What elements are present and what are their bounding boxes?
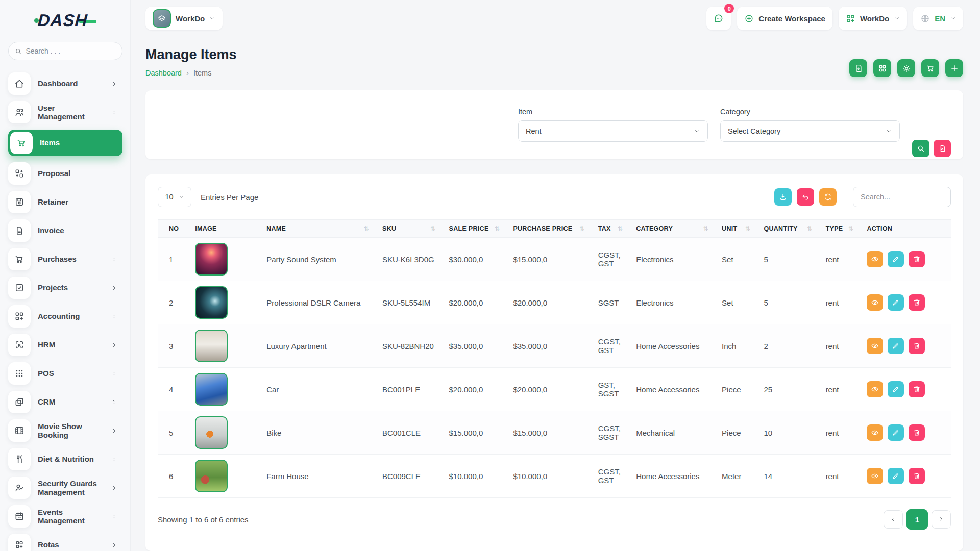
apply-filter-button[interactable] <box>912 140 929 157</box>
sidebar-item-diet-nutrition[interactable]: Diet & Nutrition <box>8 448 122 470</box>
edit-item-button[interactable] <box>888 338 904 354</box>
previous-page-button[interactable] <box>884 510 903 529</box>
item-image[interactable] <box>195 460 228 492</box>
sidebar-item-purchases[interactable]: Purchases <box>8 248 122 270</box>
sort-icon[interactable]: ⇅ <box>495 225 505 232</box>
grid-plus-icon <box>14 311 24 321</box>
sidebar-item-label: Events Management <box>38 508 104 525</box>
cell-category: Mechanical <box>632 411 718 455</box>
cell-sku: SKU-K6L3D0G <box>378 238 445 281</box>
language-selector[interactable]: EN <box>913 7 963 30</box>
pos-button[interactable] <box>921 59 939 77</box>
column-header-quantity[interactable]: QUANTITY⇅ <box>760 220 821 238</box>
edit-item-button[interactable] <box>888 251 904 267</box>
sort-icon[interactable]: ⇅ <box>579 225 590 232</box>
cell-sku: SKU-5L554IM <box>378 281 445 324</box>
messages-button[interactable]: 0 <box>706 7 731 30</box>
sidebar-search-input[interactable] <box>26 47 116 55</box>
sidebar-item-movie-show-booking[interactable]: Movie Show Booking <box>8 419 122 442</box>
create-workspace-button[interactable]: Create Workspace <box>737 7 832 30</box>
view-item-button[interactable] <box>867 381 883 397</box>
sidebar-item-projects[interactable]: Projects <box>8 277 122 299</box>
view-item-button[interactable] <box>867 424 883 441</box>
chevron-down-icon <box>950 15 956 21</box>
sort-icon[interactable]: ⇅ <box>745 225 755 232</box>
view-item-button[interactable] <box>867 251 883 267</box>
file-text-icon <box>14 226 24 236</box>
add-item-button[interactable] <box>945 59 963 77</box>
edit-item-button[interactable] <box>888 294 904 311</box>
view-item-button[interactable] <box>867 338 883 354</box>
column-header-sku[interactable]: SKU⇅ <box>378 220 445 238</box>
table-search-input[interactable] <box>853 187 951 207</box>
item-image[interactable] <box>195 416 228 449</box>
column-header-category[interactable]: CATEGORY⇅ <box>632 220 718 238</box>
item-image[interactable] <box>195 243 228 276</box>
items-table: NOIMAGENAME⇅SKU⇅SALE PRICE⇅PURCHASE PRIC… <box>158 219 951 498</box>
edit-item-button[interactable] <box>888 468 904 484</box>
item-image[interactable] <box>195 330 228 362</box>
filter-card: Item Rent Category Select Category <box>145 90 963 159</box>
breadcrumb-dashboard-link[interactable]: Dashboard <box>145 69 182 77</box>
sidebar-item-invoice[interactable]: Invoice <box>8 219 122 242</box>
column-header-type[interactable]: TYPE⇅ <box>822 220 863 238</box>
sidebar-item-dashboard[interactable]: Dashboard <box>8 72 122 95</box>
brand-logo[interactable]: DASH <box>8 9 122 32</box>
sidebar-item-accounting[interactable]: Accounting <box>8 305 122 328</box>
chevron-right-icon <box>111 109 117 116</box>
edit-item-button[interactable] <box>888 381 904 397</box>
sidebar-item-crm[interactable]: CRM <box>8 391 122 413</box>
delete-item-button[interactable] <box>909 468 925 484</box>
column-header-tax[interactable]: TAX⇅ <box>594 220 632 238</box>
sidebar-item-events-management[interactable]: Events Management <box>8 505 122 528</box>
sidebar-item-items[interactable]: Items <box>8 130 122 156</box>
sidebar-item-user-management[interactable]: User Management <box>8 101 122 123</box>
delete-item-button[interactable] <box>909 381 925 397</box>
view-item-button[interactable] <box>867 294 883 311</box>
category-filter-select[interactable]: Select Category <box>720 120 900 142</box>
sort-icon[interactable]: ⇅ <box>618 225 628 232</box>
crosshair-user-icon <box>14 340 24 350</box>
undo-button[interactable] <box>797 188 814 206</box>
sidebar-item-rotas[interactable]: Rotas <box>8 534 122 551</box>
item-image[interactable] <box>195 373 228 406</box>
sidebar-item-pos[interactable]: POS <box>8 362 122 385</box>
item-filter-select[interactable]: Rent <box>518 120 708 142</box>
sort-icon[interactable]: ⇅ <box>807 225 817 232</box>
sidebar-item-hrm[interactable]: HRM <box>8 334 122 356</box>
sidebar-search <box>8 42 122 60</box>
user-menu[interactable]: WorkDo <box>839 7 907 30</box>
sidebar-item-security-guards-management[interactable]: Security Guards Management <box>8 477 122 499</box>
delete-item-button[interactable] <box>909 338 925 354</box>
refresh-button[interactable] <box>819 188 837 206</box>
sort-icon[interactable]: ⇅ <box>703 225 714 232</box>
entries-per-page-select[interactable]: 10 <box>158 187 191 207</box>
delete-item-button[interactable] <box>909 294 925 311</box>
column-header-purchase-price[interactable]: PURCHASE PRICE⇅ <box>509 220 594 238</box>
item-image[interactable] <box>195 286 228 319</box>
sidebar-item-label: Accounting <box>38 312 104 320</box>
edit-item-button[interactable] <box>888 424 904 441</box>
sort-icon[interactable]: ⇅ <box>364 225 374 232</box>
column-header-sale-price[interactable]: SALE PRICE⇅ <box>445 220 509 238</box>
chevron-right-icon <box>111 513 117 520</box>
view-item-button[interactable] <box>867 468 883 484</box>
reset-filter-button[interactable] <box>934 140 951 157</box>
cell-sale-price: $20.000,0 <box>445 368 509 411</box>
sort-icon[interactable]: ⇅ <box>430 225 440 232</box>
workspace-selector[interactable]: WorkDo <box>145 7 223 30</box>
sort-icon[interactable]: ⇅ <box>848 225 859 232</box>
sidebar-item-proposal[interactable]: Proposal <box>8 162 122 185</box>
download-button[interactable] <box>774 188 792 206</box>
next-page-button[interactable] <box>932 510 951 529</box>
settings-button[interactable] <box>897 59 915 77</box>
delete-item-button[interactable] <box>909 424 925 441</box>
column-header-name[interactable]: NAME⇅ <box>262 220 378 238</box>
delete-item-button[interactable] <box>909 251 925 267</box>
export-button[interactable] <box>849 59 867 77</box>
column-header-unit[interactable]: UNIT⇅ <box>718 220 760 238</box>
page-1-button[interactable]: 1 <box>906 509 928 530</box>
grid-view-button[interactable] <box>873 59 891 77</box>
chevron-down-icon <box>886 128 892 134</box>
sidebar-item-retainer[interactable]: Retainer <box>8 191 122 213</box>
